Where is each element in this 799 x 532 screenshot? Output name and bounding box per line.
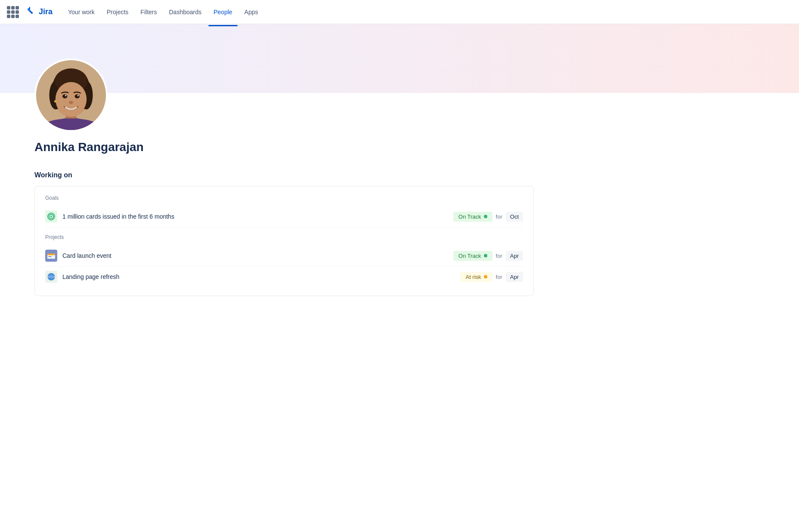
jira-logo[interactable]: Jira: [24, 6, 53, 18]
project-status-dot-0: [484, 254, 487, 257]
project-name-0: Card launch event: [62, 252, 453, 259]
project-name-1: Landing page refresh: [62, 273, 460, 280]
svg-point-10: [75, 94, 80, 99]
nav-filters[interactable]: Filters: [135, 5, 162, 19]
nav-dashboards[interactable]: Dashboards: [164, 5, 207, 19]
project-status-badge-1: At risk: [460, 272, 492, 282]
project-status-1: At risk for Apr: [460, 272, 523, 282]
goal-icon-0: [45, 210, 57, 223]
grid-menu-icon[interactable]: [7, 6, 19, 18]
svg-point-8: [56, 82, 87, 117]
app-name: Jira: [39, 7, 53, 16]
nav-your-work[interactable]: Your work: [63, 5, 100, 19]
project-status-badge-0: On Track: [453, 251, 492, 261]
project-status-label-0: On Track: [458, 253, 481, 259]
goal-month-0: Oct: [506, 212, 523, 222]
profile-name: Annika Rangarajan: [34, 93, 765, 154]
projects-label: Projects: [45, 234, 523, 240]
project-icon-1: [45, 271, 57, 283]
nav-links: Your work Projects Filters Dashboards Pe…: [63, 5, 792, 19]
project-for-label-0: for: [496, 253, 502, 259]
goal-row-0: 1 million cards issued in the first 6 mo…: [45, 206, 523, 227]
svg-point-19: [50, 216, 52, 217]
svg-point-14: [54, 100, 57, 102]
goal-name-0: 1 million cards issued in the first 6 mo…: [62, 213, 453, 220]
goal-status-label-0: On Track: [458, 213, 481, 220]
hero-banner: [0, 24, 799, 93]
navbar: Jira Your work Projects Filters Dashboar…: [0, 0, 799, 24]
svg-point-12: [77, 95, 79, 96]
avatar-wrapper: [34, 59, 108, 132]
project-row-0: Card launch event On Track for Apr: [45, 245, 523, 266]
avatar: [34, 59, 108, 132]
nav-apps[interactable]: Apps: [239, 5, 263, 19]
goals-label: Goals: [45, 195, 523, 201]
goal-for-label-0: for: [496, 213, 502, 220]
project-for-label-1: for: [496, 274, 502, 280]
goal-status-badge-0: On Track: [453, 212, 492, 222]
nav-projects[interactable]: Projects: [102, 5, 134, 19]
project-icon-0: [45, 250, 57, 262]
goal-status-dot-0: [484, 215, 487, 218]
svg-point-26: [49, 273, 53, 281]
profile-section: Annika Rangarajan Working on Goals 1 mil…: [0, 93, 799, 296]
svg-point-9: [62, 94, 67, 99]
project-month-1: Apr: [506, 272, 523, 282]
working-on-title: Working on: [34, 171, 765, 179]
project-status-label-1: At risk: [465, 274, 481, 280]
goal-status-0: On Track for Oct: [453, 212, 523, 222]
svg-rect-23: [48, 256, 52, 257]
nav-people[interactable]: People: [208, 5, 238, 19]
svg-rect-22: [47, 254, 55, 255]
project-row-1: Landing page refresh At risk for Apr: [45, 266, 523, 287]
working-card: Goals 1 million cards issued in the firs…: [34, 186, 534, 296]
working-on-section: Working on Goals 1 million cards issued …: [34, 171, 765, 296]
project-month-0: Apr: [506, 251, 523, 261]
project-status-dot-1: [484, 275, 487, 278]
project-status-0: On Track for Apr: [453, 251, 523, 261]
svg-point-11: [65, 95, 67, 96]
svg-point-13: [69, 101, 73, 104]
